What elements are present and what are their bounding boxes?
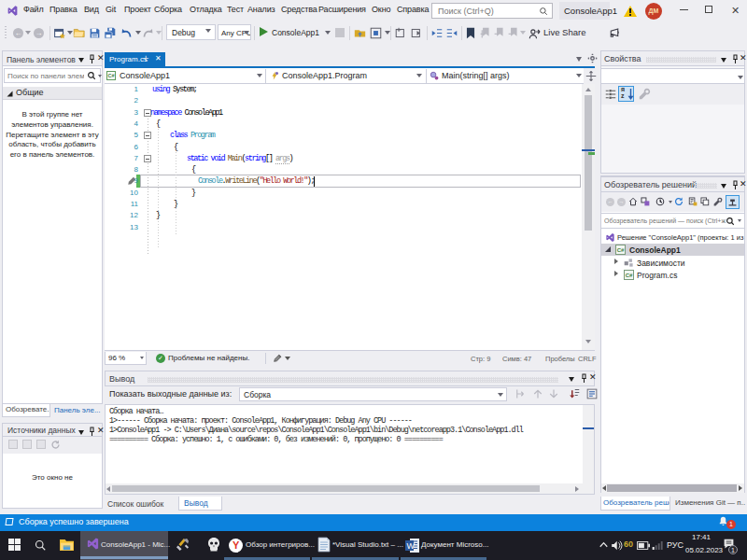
svg-text:W: W	[407, 541, 416, 551]
